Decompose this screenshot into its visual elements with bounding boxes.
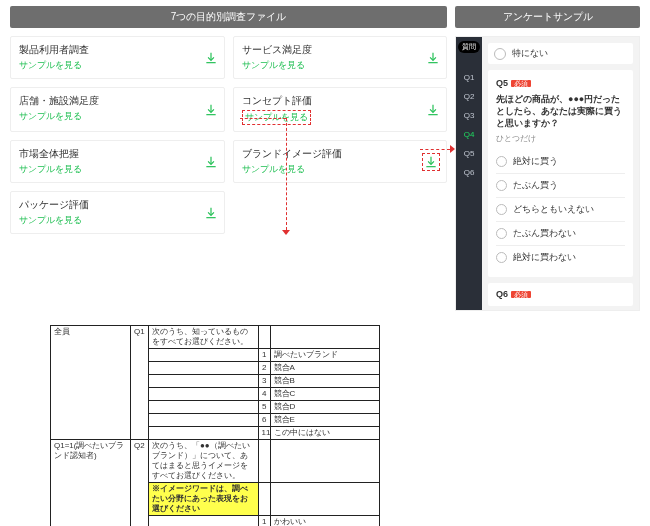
radio-icon [496, 180, 507, 191]
option-label: どちらともいえない [513, 203, 594, 216]
sample-link[interactable]: サンプルを見る [19, 214, 82, 227]
left-panel-header: 7つの目的別調査ファイル [10, 6, 447, 28]
file-card[interactable]: 市場全体把握サンプルを見る [10, 140, 225, 183]
nav-item[interactable]: Q4 [464, 130, 475, 139]
sample-link[interactable]: サンプルを見る [19, 110, 82, 123]
table-cell: 競合E [270, 414, 380, 427]
table-cell [258, 326, 270, 349]
table-cell: 1 [258, 516, 270, 527]
q5-text: 先ほどの商品が、●●●円だったとしたら、あなたは実際に買うと思いますか？ [496, 93, 625, 129]
table-cell [149, 349, 259, 362]
table-cell: 競合D [270, 401, 380, 414]
table-cell [149, 414, 259, 427]
card-title: 製品利用者調査 [19, 43, 216, 57]
file-card[interactable]: パッケージ評価サンプルを見る [10, 191, 225, 234]
file-card[interactable]: サービス満足度サンプルを見る [233, 36, 448, 79]
table-cell: 競合A [270, 362, 380, 375]
table-cell [270, 483, 380, 516]
file-card[interactable]: ブランドイメージ評価サンプルを見る [233, 140, 448, 183]
card-title: サービス満足度 [242, 43, 439, 57]
card-title: 店舗・施設満足度 [19, 94, 216, 108]
question-nav: 質問 Q1Q2Q3Q4Q5Q6 [456, 37, 482, 310]
table-cell: 1 [258, 349, 270, 362]
download-icon[interactable] [204, 206, 218, 220]
nav-item[interactable]: Q5 [464, 149, 475, 158]
sample-link[interactable]: サンプルを見る [242, 59, 305, 72]
radio-icon [496, 204, 507, 215]
arrow-right-icon [450, 145, 455, 153]
survey-preview: 質問 Q1Q2Q3Q4Q5Q6 特にない Q5必須 先ほどの商品が、●●●円だっ… [455, 36, 640, 311]
table-cell [258, 440, 270, 483]
sample-link[interactable]: サンプルを見る [19, 163, 82, 176]
prev-option-label: 特にない [512, 47, 548, 60]
table-cell: 11 [258, 427, 270, 440]
option-row[interactable]: 絶対に買わない [496, 245, 625, 269]
survey-spec-table-wrap: 全員Q1次のうち、知っているものをすべてお選びください。1調べたいブランド2競合… [50, 325, 640, 526]
option-row[interactable]: たぶん買わない [496, 221, 625, 245]
table-cell: かわいい [270, 516, 380, 527]
download-icon[interactable] [204, 155, 218, 169]
table-cell: 競合B [270, 375, 380, 388]
table-cell [149, 516, 259, 527]
table-cell: 競合C [270, 388, 380, 401]
card-title: ブランドイメージ評価 [242, 147, 439, 161]
card-title: パッケージ評価 [19, 198, 216, 212]
option-row[interactable]: どちらともいえない [496, 197, 625, 221]
nav-item[interactable]: Q3 [464, 111, 475, 120]
download-icon[interactable] [204, 51, 218, 65]
prev-option-row[interactable]: 特にない [488, 43, 633, 64]
table-cell: 5 [258, 401, 270, 414]
radio-icon [494, 48, 506, 60]
table-cell: Q2 [131, 440, 149, 527]
file-cards: 製品利用者調査サンプルを見るサービス満足度サンプルを見る店舗・施設満足度サンプル… [10, 36, 447, 234]
table-cell: この中にはない [270, 427, 380, 440]
sample-link[interactable]: サンプルを見る [242, 110, 311, 125]
nav-item[interactable]: Q2 [464, 92, 475, 101]
table-cell [149, 427, 259, 440]
table-cell: Q1 [131, 326, 149, 440]
table-cell [149, 362, 259, 375]
table-cell: 2 [258, 362, 270, 375]
table-cell: 全員 [51, 326, 131, 440]
table-cell: 次のうち、知っているものをすべてお選びください。 [149, 326, 259, 349]
sample-link[interactable]: サンプルを見る [19, 59, 82, 72]
card-title: 市場全体把握 [19, 147, 216, 161]
table-cell: 3 [258, 375, 270, 388]
survey-spec-table: 全員Q1次のうち、知っているものをすべてお選びください。1調べたいブランド2競合… [50, 325, 380, 526]
table-cell [270, 326, 380, 349]
question-card-q5: Q5必須 先ほどの商品が、●●●円だったとしたら、あなたは実際に買うと思いますか… [488, 70, 633, 277]
download-icon[interactable] [426, 51, 440, 65]
file-card[interactable]: 店舗・施設満足度サンプルを見る [10, 87, 225, 132]
option-row[interactable]: 絶対に買う [496, 150, 625, 173]
radio-icon [496, 156, 507, 167]
nav-pill: 質問 [458, 41, 480, 53]
file-card[interactable]: コンセプト評価サンプルを見る [233, 87, 448, 132]
nav-item[interactable]: Q1 [464, 73, 475, 82]
table-cell: 調べたいブランド [270, 349, 380, 362]
table-cell: 4 [258, 388, 270, 401]
download-icon[interactable] [204, 103, 218, 117]
table-cell [149, 388, 259, 401]
q6-number: Q6 [496, 289, 508, 299]
file-card[interactable]: 製品利用者調査サンプルを見る [10, 36, 225, 79]
arrow-down-icon [282, 230, 290, 235]
download-icon[interactable] [426, 103, 440, 117]
option-label: 絶対に買わない [513, 251, 576, 264]
table-cell [149, 375, 259, 388]
option-row[interactable]: たぶん買う [496, 173, 625, 197]
question-card-q6: Q6必須 [488, 283, 633, 306]
required-badge: 必須 [511, 291, 531, 298]
table-cell: 6 [258, 414, 270, 427]
nav-item[interactable]: Q6 [464, 168, 475, 177]
option-label: 絶対に買う [513, 155, 558, 168]
option-label: たぶん買わない [513, 227, 576, 240]
download-icon[interactable] [422, 153, 440, 171]
right-panel-header: アンケートサンプル [455, 6, 640, 28]
table-cell [270, 440, 380, 483]
sample-link[interactable]: サンプルを見る [242, 163, 305, 176]
table-cell: ※イメージワードは、調べたい分野にあった表現をお選びください [149, 483, 259, 516]
option-label: たぶん買う [513, 179, 558, 192]
table-cell: 次のうち、「●●（調べたいブランド）」について、あてはまると思うイメージをすべて… [149, 440, 259, 483]
table-cell [258, 483, 270, 516]
card-title: コンセプト評価 [242, 94, 439, 108]
